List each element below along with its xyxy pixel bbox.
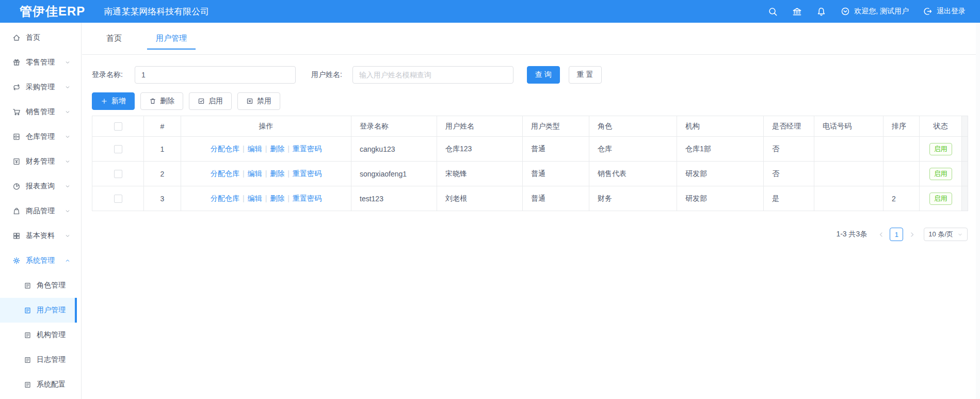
pagination: 1-3 共3条 1 10 条/页	[92, 228, 968, 241]
cell-sort	[883, 162, 920, 186]
cell-actions: 分配仓库|编辑|删除|重置密码	[181, 137, 351, 162]
user-name-input[interactable]	[352, 66, 513, 84]
table-scroll-gutter	[962, 162, 968, 186]
search-icon[interactable]	[768, 7, 778, 17]
delete-link[interactable]: 删除	[270, 145, 284, 153]
sidebar-item-system[interactable]: 系统管理	[0, 248, 77, 273]
col-status: 状态	[920, 116, 962, 137]
document-icon	[24, 356, 31, 364]
edit-link[interactable]: 编辑	[248, 169, 262, 178]
sidebar-item-role-mgmt[interactable]: 角色管理	[0, 273, 77, 298]
sidebar-item-system-config[interactable]: 系统配置	[0, 372, 77, 397]
chevron-up-icon	[65, 258, 71, 264]
sidebar-item-label: 角色管理	[37, 281, 66, 290]
link-separator: |	[287, 194, 290, 202]
cell-name: 刘老根	[437, 186, 523, 211]
page-number-1[interactable]: 1	[890, 228, 903, 241]
tab-home[interactable]: 首页	[106, 23, 122, 54]
disable-button[interactable]: 禁用	[237, 92, 280, 110]
status-badge: 启用	[929, 143, 952, 155]
sidebar-item-reports[interactable]: 报表查询	[0, 174, 77, 199]
sidebar-item-sales[interactable]: 销售管理	[0, 100, 77, 124]
table-row: 3 分配仓库|编辑|删除|重置密码 test123 刘老根 普通 财务 研发部 …	[92, 186, 968, 211]
link-separator: |	[265, 169, 267, 178]
next-page-button[interactable]	[905, 228, 919, 241]
col-sort: 排序	[883, 116, 920, 137]
sidebar-item-finance[interactable]: 财务管理	[0, 149, 77, 174]
row-checkbox[interactable]	[114, 170, 122, 178]
sidebar-item-home[interactable]: 首页	[0, 25, 77, 50]
sidebar-item-log-mgmt[interactable]: 日志管理	[0, 347, 77, 372]
edit-link[interactable]: 编辑	[248, 194, 262, 202]
user-name-label: 用户姓名:	[311, 70, 342, 79]
sidebar-item-label: 采购管理	[26, 83, 55, 92]
bank-icon[interactable]	[792, 7, 802, 17]
delete-label: 删除	[160, 97, 174, 106]
sidebar-item-org-mgmt[interactable]: 机构管理	[0, 323, 77, 347]
cell-index: 3	[144, 186, 181, 211]
home-icon	[12, 34, 21, 42]
login-name-label: 登录名称:	[92, 70, 123, 79]
cell-manager: 否	[764, 137, 814, 162]
sidebar-item-warehouse[interactable]: 仓库管理	[0, 124, 77, 149]
document-icon	[24, 307, 31, 314]
cell-phone	[814, 162, 883, 186]
cell-name: 宋晓锋	[437, 162, 523, 186]
cell-org: 研发部	[677, 162, 764, 186]
link-separator: |	[287, 169, 290, 178]
assign-warehouse-link[interactable]: 分配仓库	[211, 169, 239, 178]
cell-sort: 2	[883, 186, 920, 211]
user-menu[interactable]: 欢迎您, 测试用户	[841, 7, 909, 16]
sidebar-item-label: 系统管理	[26, 256, 55, 265]
sidebar-item-basic-data[interactable]: 基本资料	[0, 224, 77, 248]
sidebar-item-retail[interactable]: 零售管理	[0, 50, 77, 75]
sidebar-item-label: 日志管理	[37, 355, 66, 364]
reset-button[interactable]: 重 置	[569, 66, 602, 84]
edit-link[interactable]: 编辑	[248, 145, 262, 153]
cabinet-icon	[12, 133, 21, 141]
search-button[interactable]: 查 询	[527, 66, 560, 84]
sidebar-item-purchase[interactable]: 采购管理	[0, 75, 77, 100]
login-name-input[interactable]	[135, 66, 296, 84]
reset-password-link[interactable]: 重置密码	[293, 194, 322, 202]
finance-icon	[12, 157, 21, 166]
link-separator: |	[265, 194, 267, 202]
chevron-down-icon	[65, 158, 71, 165]
sidebar-item-label: 系统配置	[37, 380, 66, 389]
repeat-icon	[12, 83, 21, 91]
page-size-select[interactable]: 10 条/页	[924, 228, 968, 241]
plus-icon	[101, 98, 108, 105]
enable-button[interactable]: 启用	[189, 92, 232, 110]
reset-password-link[interactable]: 重置密码	[293, 169, 322, 178]
col-role: 角色	[589, 116, 677, 137]
add-button[interactable]: 新增	[92, 92, 135, 110]
table-scroll-gutter	[962, 137, 968, 162]
delete-link[interactable]: 删除	[270, 194, 284, 202]
sidebar-item-goods[interactable]: 商品管理	[0, 199, 77, 224]
delete-button[interactable]: 删除	[140, 92, 183, 110]
logout-button[interactable]: 退出登录	[923, 7, 966, 16]
link-separator: |	[243, 194, 245, 202]
sidebar-item-user-mgmt[interactable]: 用户管理	[0, 298, 77, 323]
assign-warehouse-link[interactable]: 分配仓库	[211, 194, 239, 202]
status-badge: 启用	[929, 193, 952, 205]
page-scrollbar[interactable]	[976, 23, 980, 399]
table-header-row: # 操作 登录名称 用户姓名 用户类型 角色 机构 是否经理 电话号码 排序 状…	[92, 116, 968, 137]
x-square-icon	[246, 98, 253, 105]
delete-link[interactable]: 删除	[270, 169, 284, 178]
sidebar-item-label: 报表查询	[26, 182, 55, 191]
row-checkbox[interactable]	[114, 195, 122, 203]
prev-page-button[interactable]	[874, 228, 888, 241]
col-index: #	[144, 116, 181, 137]
row-checkbox[interactable]	[114, 145, 122, 153]
chevron-right-icon	[909, 231, 915, 238]
select-all-checkbox[interactable]	[114, 122, 122, 131]
tab-user-mgmt[interactable]: 用户管理	[156, 23, 187, 54]
link-separator: |	[243, 169, 245, 178]
bell-icon[interactable]	[816, 7, 826, 17]
reset-password-link[interactable]: 重置密码	[293, 145, 322, 153]
cell-login: songxiaofeng1	[351, 162, 437, 186]
cell-role: 财务	[589, 186, 677, 211]
chevron-down-icon	[65, 183, 71, 189]
assign-warehouse-link[interactable]: 分配仓库	[211, 145, 239, 153]
